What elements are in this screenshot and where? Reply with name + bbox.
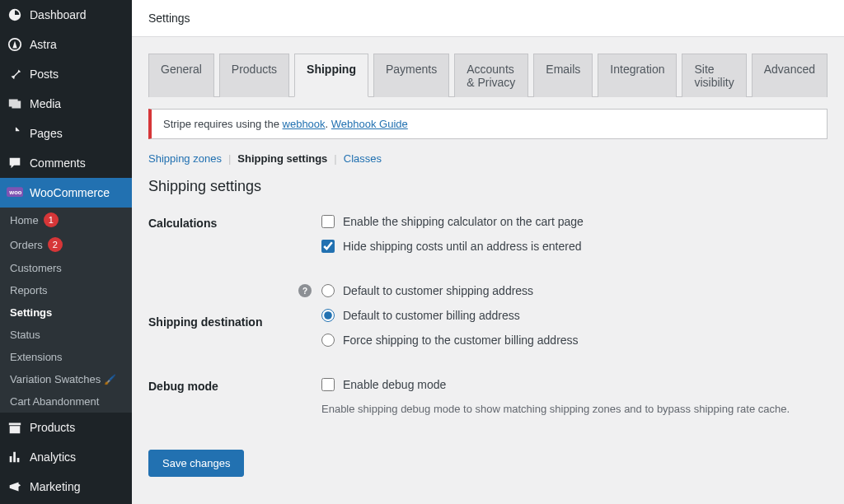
sidebar-item-analytics[interactable]: Analytics (0, 442, 132, 472)
sidebar-item-label: Astra (30, 38, 57, 51)
sidebar-item-woocommerce[interactable]: woo WooCommerce (0, 178, 132, 208)
tab-general[interactable]: General (148, 54, 214, 97)
paint-icon: 🖌️ (104, 374, 116, 385)
tab-payments[interactable]: Payments (373, 54, 449, 97)
debug-description: Enable shipping debug mode to show match… (321, 403, 828, 415)
calculations-label: Calculations (148, 215, 321, 264)
admin-sidebar: Dashboard Astra Posts Media Pages Commen… (0, 0, 132, 504)
sidebar-item-label: Products (30, 421, 75, 434)
comments-icon (7, 155, 23, 171)
stripe-notice: Stripe requires using the webhook. Webho… (148, 109, 828, 139)
sidebar-sub-orders[interactable]: Orders2 (0, 232, 132, 257)
subnav-shipping-settings[interactable]: Shipping settings (237, 152, 327, 165)
tab-advanced[interactable]: Advanced (752, 54, 828, 97)
sidebar-sub-extensions[interactable]: Extensions (0, 346, 132, 368)
enable-debug-mode[interactable]: Enable debug mode (321, 378, 828, 391)
enable-debug-mode-checkbox[interactable] (321, 378, 335, 391)
dest-shipping-radio[interactable] (321, 284, 335, 297)
sidebar-item-label: WooCommerce (30, 186, 110, 199)
woocommerce-icon: woo (7, 184, 23, 201)
sidebar-item-dashboard[interactable]: Dashboard (0, 0, 132, 30)
products-icon (7, 419, 23, 436)
pages-icon (7, 125, 23, 142)
svg-text:woo: woo (8, 189, 21, 197)
dest-customer-billing[interactable]: Default to customer billing address (321, 309, 828, 322)
sidebar-item-label: Marketing (30, 480, 80, 493)
media-icon (7, 96, 23, 112)
main-content: Settings General Products Shipping Payme… (132, 0, 844, 504)
hide-shipping-costs[interactable]: Hide shipping costs until an address is … (321, 240, 828, 253)
subnav-shipping-zones[interactable]: Shipping zones (148, 152, 222, 165)
hide-shipping-costs-checkbox[interactable] (321, 240, 335, 253)
page-title: Settings (132, 0, 844, 37)
enable-shipping-calculator-checkbox[interactable] (321, 215, 335, 228)
sidebar-sub-status[interactable]: Status (0, 324, 132, 346)
sidebar-item-label: Dashboard (30, 8, 87, 21)
sidebar-submenu: Home1 Orders2 Customers Reports Settings… (0, 208, 132, 413)
dest-force-billing[interactable]: Force shipping to the customer billing a… (321, 334, 828, 347)
notification-badge: 2 (48, 237, 63, 252)
settings-tabs: General Products Shipping Payments Accou… (148, 54, 828, 97)
dest-force-billing-radio[interactable] (321, 334, 335, 347)
tab-integration[interactable]: Integration (598, 54, 677, 97)
section-title: Shipping settings (148, 178, 828, 195)
sidebar-item-label: Comments (30, 156, 86, 170)
tab-accounts-privacy[interactable]: Accounts & Privacy (454, 54, 528, 97)
pin-icon (7, 66, 23, 82)
tab-site-visibility[interactable]: Site visibility (682, 54, 746, 97)
row-calculations: Calculations Enable the shipping calcula… (148, 215, 828, 264)
sidebar-sub-reports[interactable]: Reports (0, 279, 132, 301)
row-shipping-destination: Shipping destination ? Default to custom… (148, 284, 828, 358)
enable-shipping-calculator[interactable]: Enable the shipping calculator on the ca… (321, 215, 828, 228)
sidebar-sub-home[interactable]: Home1 (0, 208, 132, 232)
webhook-link[interactable]: webhook (283, 118, 326, 130)
sidebar-item-astra[interactable]: Astra (0, 30, 132, 59)
help-icon[interactable]: ? (298, 284, 312, 297)
dest-customer-shipping[interactable]: ? Default to customer shipping address (298, 284, 828, 297)
dashboard-icon (7, 7, 23, 23)
sidebar-item-products[interactable]: Products (0, 413, 132, 442)
sidebar-item-label: Pages (30, 127, 63, 140)
save-changes-button[interactable]: Save changes (148, 450, 244, 477)
webhook-guide-link[interactable]: Webhook Guide (331, 118, 408, 130)
tab-shipping[interactable]: Shipping (294, 54, 368, 97)
sidebar-item-marketing[interactable]: Marketing (0, 472, 132, 502)
row-debug-mode: Debug mode Enable debug mode Enable ship… (148, 378, 828, 415)
sidebar-sub-variation-swatches[interactable]: Variation Swatches🖌️ (0, 368, 132, 390)
notification-badge: 1 (44, 212, 59, 227)
astra-icon (7, 36, 23, 53)
shipping-destination-label: Shipping destination (148, 315, 262, 329)
analytics-icon (7, 449, 23, 465)
tab-products[interactable]: Products (219, 54, 289, 97)
marketing-icon (7, 478, 23, 495)
sidebar-item-posts[interactable]: Posts (0, 59, 132, 89)
shipping-subnav: Shipping zones | Shipping settings | Cla… (148, 152, 828, 165)
sidebar-item-label: Media (30, 97, 61, 110)
sidebar-item-pages[interactable]: Pages (0, 119, 132, 148)
subnav-classes[interactable]: Classes (344, 152, 382, 165)
sidebar-sub-settings[interactable]: Settings (0, 301, 132, 324)
tab-emails[interactable]: Emails (533, 54, 593, 97)
dest-billing-radio[interactable] (321, 309, 335, 322)
sidebar-item-media[interactable]: Media (0, 89, 132, 119)
sidebar-sub-cart-abandonment[interactable]: Cart Abandonment (0, 390, 132, 413)
sidebar-sub-customers[interactable]: Customers (0, 257, 132, 279)
sidebar-item-label: Posts (30, 68, 59, 81)
sidebar-item-comments[interactable]: Comments (0, 148, 132, 178)
sidebar-item-label: Analytics (30, 450, 76, 464)
debug-mode-label: Debug mode (148, 378, 321, 415)
